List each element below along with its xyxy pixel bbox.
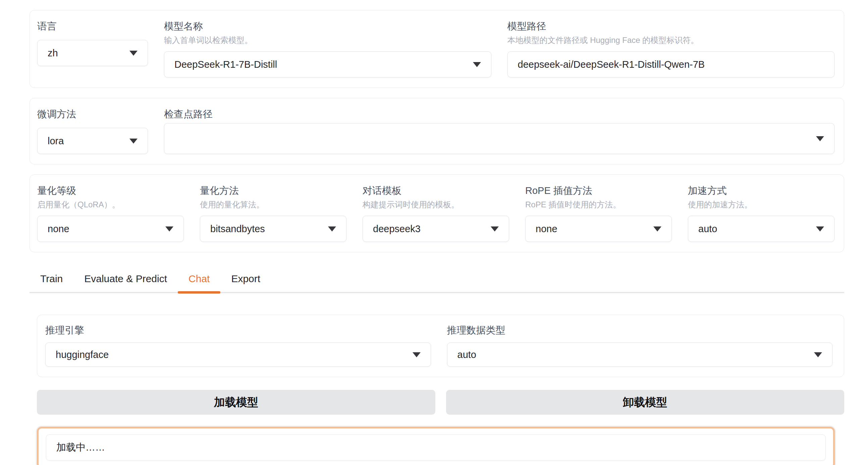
finetune-method-field: 微调方法 lora — [37, 108, 148, 154]
template-info: 构建提示词时使用的模板。 — [363, 199, 509, 210]
language-field: 语言 zh — [37, 20, 148, 78]
quant-method-info: 使用的量化算法。 — [200, 199, 346, 210]
tab-chat[interactable]: Chat — [178, 268, 220, 292]
rope-dropdown[interactable]: none — [525, 216, 672, 242]
rope-info: RoPE 插值时使用的方法。 — [525, 199, 672, 210]
quant-method-field: 量化方法 使用的量化算法。 bitsandbytes — [200, 184, 346, 242]
template-label: 对话模板 — [363, 184, 509, 197]
language-dropdown[interactable]: zh — [37, 40, 148, 66]
model-path-field: 模型路径 本地模型的文件路径或 Hugging Face 的模型标识符。 — [507, 20, 835, 78]
quant-level-dropdown[interactable]: none — [37, 216, 184, 242]
chevron-down-icon — [816, 136, 824, 141]
chevron-down-icon — [165, 226, 174, 231]
llamafactory-webui: 语言 zh 模型名称 输入首单词以检索模型。 DeepSeek-R1-7B-Di… — [0, 0, 868, 465]
infer-dtype-field: 推理数据类型 auto — [447, 324, 833, 367]
chevron-down-icon — [816, 226, 824, 231]
model-name-label: 模型名称 — [164, 20, 491, 33]
finetune-card: 微调方法 lora 检查点路径 — [30, 98, 844, 164]
quant-level-label: 量化等级 — [37, 184, 184, 197]
infer-dtype-value: auto — [458, 349, 476, 360]
finetune-method-value: lora — [48, 135, 64, 147]
chevron-down-icon — [473, 62, 481, 67]
load-model-button[interactable]: 加载模型 — [37, 390, 435, 415]
booster-label: 加速方式 — [688, 184, 834, 197]
booster-info: 使用的加速方法。 — [688, 199, 834, 210]
template-value: deepseek3 — [373, 223, 421, 235]
finetune-method-dropdown[interactable]: lora — [37, 128, 148, 154]
model-config-card: 语言 zh 模型名称 输入首单词以检索模型。 DeepSeek-R1-7B-Di… — [30, 10, 844, 88]
language-value: zh — [48, 48, 58, 59]
checkpoint-path-label: 检查点路径 — [164, 108, 834, 120]
checkpoint-path-field: 检查点路径 — [164, 108, 834, 154]
model-path-input[interactable] — [518, 59, 825, 70]
quant-level-value: none — [48, 223, 69, 235]
quant-method-value: bitsandbytes — [210, 223, 265, 235]
tab-evaluate-predict[interactable]: Evaluate & Predict — [73, 268, 178, 292]
tab-train[interactable]: Train — [30, 268, 73, 292]
chevron-down-icon — [412, 352, 421, 357]
chevron-down-icon — [129, 51, 137, 56]
advanced-config-card: 量化等级 启用量化（QLoRA）。 none 量化方法 使用的量化算法。 bit… — [30, 175, 844, 252]
template-dropdown[interactable]: deepseek3 — [363, 216, 509, 242]
infer-dtype-label: 推理数据类型 — [447, 324, 833, 337]
inference-config-card: 推理引擎 huggingface 推理数据类型 auto — [37, 315, 844, 377]
model-name-field: 模型名称 输入首单词以检索模型。 DeepSeek-R1-7B-Distill — [164, 20, 491, 78]
language-label: 语言 — [37, 20, 148, 33]
infer-engine-value: huggingface — [56, 349, 108, 360]
rope-field: RoPE 插值方法 RoPE 插值时使用的方法。 none — [525, 184, 672, 242]
template-field: 对话模板 构建提示词时使用的模板。 deepseek3 — [363, 184, 509, 242]
chat-tab-panel: 推理引擎 huggingface 推理数据类型 auto 加载模型 卸载模型 加… — [37, 315, 844, 465]
rope-label: RoPE 插值方法 — [525, 184, 672, 197]
infer-engine-field: 推理引擎 huggingface — [45, 324, 431, 367]
booster-value: auto — [698, 223, 717, 235]
chevron-down-icon — [814, 352, 822, 357]
quant-level-field: 量化等级 启用量化（QLoRA）。 none — [37, 184, 184, 242]
model-name-value: DeepSeek-R1-7B-Distill — [175, 59, 277, 70]
chevron-down-icon — [328, 226, 336, 231]
quant-method-label: 量化方法 — [200, 184, 346, 197]
tab-bar: Train Evaluate & Predict Chat Export — [30, 268, 844, 293]
status-textbox[interactable]: 加载中…… — [46, 434, 826, 461]
chevron-down-icon — [129, 138, 137, 144]
model-path-inputbox — [507, 51, 835, 78]
status-loading-container: 加载中…… — [37, 427, 835, 465]
finetune-method-label: 微调方法 — [37, 108, 148, 120]
rope-value: none — [536, 223, 557, 235]
tab-export[interactable]: Export — [220, 268, 271, 292]
model-name-dropdown[interactable]: DeepSeek-R1-7B-Distill — [164, 51, 491, 78]
chevron-down-icon — [653, 226, 661, 231]
model-action-row: 加载模型 卸载模型 — [37, 390, 844, 415]
infer-dtype-dropdown[interactable]: auto — [447, 343, 833, 367]
booster-field: 加速方式 使用的加速方法。 auto — [688, 184, 834, 242]
quant-level-info: 启用量化（QLoRA）。 — [37, 199, 184, 210]
booster-dropdown[interactable]: auto — [688, 216, 834, 242]
model-path-label: 模型路径 — [507, 20, 835, 33]
quant-method-dropdown[interactable]: bitsandbytes — [200, 216, 346, 242]
model-path-info: 本地模型的文件路径或 Hugging Face 的模型标识符。 — [507, 35, 835, 46]
chevron-down-icon — [491, 226, 499, 231]
checkpoint-path-dropdown[interactable] — [164, 123, 834, 154]
infer-engine-dropdown[interactable]: huggingface — [45, 343, 431, 367]
model-name-info: 输入首单词以检索模型。 — [164, 35, 491, 46]
infer-engine-label: 推理引擎 — [45, 324, 431, 337]
unload-model-button[interactable]: 卸载模型 — [446, 390, 844, 415]
